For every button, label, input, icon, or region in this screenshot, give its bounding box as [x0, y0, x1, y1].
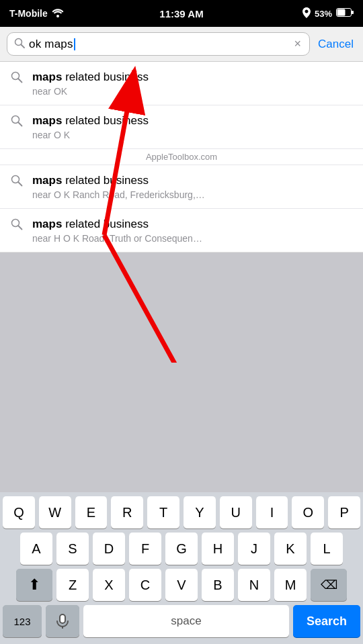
suggestion-sub-2: near O K — [32, 130, 149, 140]
location-icon — [302, 7, 311, 20]
key-b[interactable]: B — [202, 569, 234, 601]
time-label: 11:39 AM — [159, 8, 203, 19]
key-k[interactable]: K — [274, 533, 307, 565]
key-w[interactable]: W — [39, 496, 71, 528]
key-s[interactable]: S — [56, 533, 89, 565]
keyboard-row-3: ⬆ Z X C V B N M ⌫ — [0, 565, 363, 601]
suggestion-sub-1: near OK — [32, 86, 149, 97]
delete-key[interactable]: ⌫ — [311, 569, 347, 601]
svg-line-5 — [22, 44, 25, 48]
key-o[interactable]: O — [292, 496, 324, 528]
key-n[interactable]: N — [238, 569, 270, 601]
key-m[interactable]: M — [274, 569, 307, 601]
key-y[interactable]: Y — [184, 496, 216, 528]
key-l[interactable]: L — [311, 533, 343, 565]
svg-line-7 — [18, 79, 22, 83]
mic-key[interactable] — [46, 605, 79, 637]
keyboard-bottom-row: 123 space Search — [0, 601, 363, 644]
key-v[interactable]: V — [165, 569, 198, 601]
search-icon — [14, 38, 25, 51]
suggestion-item[interactable]: maps related business near O K Ranch Roa… — [0, 165, 363, 209]
key-f[interactable]: F — [129, 533, 161, 565]
wifi-icon — [52, 8, 64, 19]
svg-rect-3 — [337, 9, 346, 16]
suggestion-title-4: maps related business — [32, 217, 202, 232]
key-z[interactable]: Z — [56, 569, 89, 601]
suggestion-text-1: maps related business near OK — [32, 70, 149, 97]
suggestion-title-3: maps related business — [32, 173, 205, 188]
suggestion-search-icon-1 — [11, 71, 23, 87]
battery-label: 53% — [315, 9, 332, 19]
space-key[interactable]: space — [83, 605, 289, 637]
search-query-text[interactable]: ok maps — [29, 38, 289, 51]
shift-key[interactable]: ⬆ — [16, 569, 52, 601]
clear-button[interactable]: × — [293, 37, 303, 51]
svg-point-0 — [56, 15, 59, 17]
key-q[interactable]: Q — [3, 496, 35, 528]
key-a[interactable]: A — [20, 533, 52, 565]
keyboard-row-1: Q W E R T Y U I O P — [0, 492, 363, 528]
suggestions-list: maps related business near OK maps relat… — [0, 62, 363, 252]
search-input-wrapper[interactable]: ok maps × — [7, 32, 310, 56]
suggestion-item[interactable]: maps related business near O K — [0, 105, 363, 149]
key-123[interactable]: 123 — [3, 605, 42, 637]
watermark: AppleToolbox.com — [0, 149, 363, 165]
svg-line-11 — [18, 182, 22, 186]
keyboard: Q W E R T Y U I O P A S D F G H J K L ⬆ … — [0, 492, 363, 644]
suggestion-search-icon-2 — [11, 115, 23, 130]
suggestion-title-1: maps related business — [32, 70, 149, 85]
carrier-label: T-Mobile — [9, 8, 48, 19]
suggestion-sub-3: near O K Ranch Road, Fredericksburg,… — [32, 189, 205, 200]
key-e[interactable]: E — [75, 496, 108, 528]
svg-rect-2 — [352, 11, 354, 14]
suggestion-text-3: maps related business near O K Ranch Roa… — [32, 173, 205, 200]
search-key[interactable]: Search — [293, 605, 360, 637]
status-left: T-Mobile — [9, 8, 64, 19]
svg-line-9 — [18, 122, 22, 126]
svg-line-13 — [18, 226, 22, 230]
svg-line-16 — [104, 235, 296, 363]
suggestion-item[interactable]: maps related business near H O K Road, T… — [0, 209, 363, 252]
svg-rect-17 — [60, 614, 65, 623]
battery-icon — [336, 8, 354, 19]
suggestion-search-icon-3 — [11, 175, 23, 190]
cancel-button[interactable]: Cancel — [315, 35, 356, 54]
key-p[interactable]: P — [328, 496, 360, 528]
key-j[interactable]: J — [238, 533, 270, 565]
key-u[interactable]: U — [220, 496, 252, 528]
key-t[interactable]: T — [147, 496, 179, 528]
search-bar-area: ok maps × Cancel — [0, 27, 363, 62]
key-c[interactable]: C — [129, 569, 161, 601]
suggestion-search-icon-4 — [11, 218, 23, 234]
key-i[interactable]: I — [256, 496, 288, 528]
key-x[interactable]: X — [93, 569, 125, 601]
keyboard-row-2: A S D F G H J K L — [0, 528, 363, 565]
key-r[interactable]: R — [111, 496, 143, 528]
suggestion-sub-4: near H O K Road, Truth or Consequen… — [32, 233, 202, 244]
key-d[interactable]: D — [93, 533, 125, 565]
key-g[interactable]: G — [165, 533, 198, 565]
suggestion-title-2: maps related business — [32, 113, 149, 128]
suggestion-text-4: maps related business near H O K Road, T… — [32, 217, 202, 244]
status-right: 53% — [302, 7, 354, 20]
status-bar: T-Mobile 11:39 AM 53% — [0, 0, 363, 27]
watermark-text: AppleToolbox.com — [146, 152, 217, 162]
suggestion-item[interactable]: maps related business near OK — [0, 62, 363, 105]
key-h[interactable]: H — [202, 533, 234, 565]
suggestion-text-2: maps related business near O K — [32, 113, 149, 140]
